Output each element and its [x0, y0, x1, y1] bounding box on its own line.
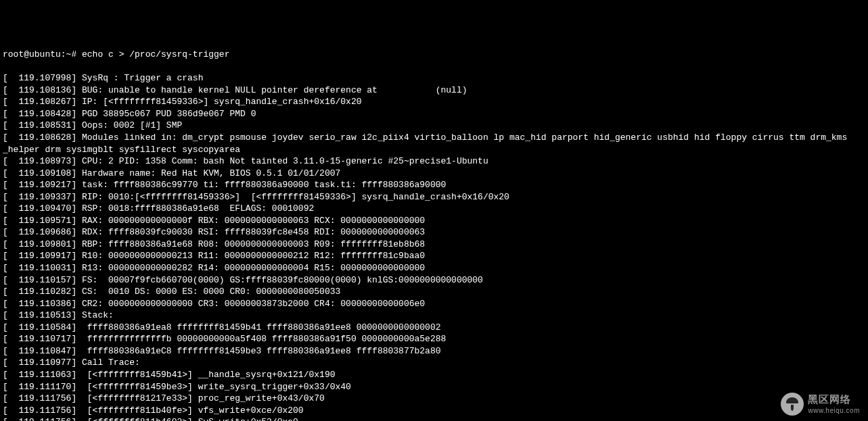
- mushroom-icon: [781, 393, 804, 416]
- output-line: [ 119.109917] R10: 0000000000000213 R11:…: [3, 250, 865, 262]
- watermark-main-label: 黑区网络: [808, 393, 860, 406]
- output-line: [ 119.110717] fffffffffffffffb 000000000…: [3, 333, 865, 345]
- output-line: [ 119.110386] CR2: 0000000000000000 CR3:…: [3, 298, 865, 310]
- watermark-sub-label: www.heiqu.com: [808, 406, 860, 416]
- output-line: [ 119.110031] R13: 0000000000000282 R14:…: [3, 262, 865, 274]
- output-line: [ 119.108267] IP: [<ffffffff81459336>] s…: [3, 96, 865, 108]
- output-line: [ 119.109337] RIP: 0010:[<ffffffff814593…: [3, 191, 865, 203]
- output-line: [ 119.109571] RAX: 000000000000000f RBX:…: [3, 215, 865, 227]
- output-line: [ 119.110584] ffff880386a91ea8 ffffffff8…: [3, 322, 865, 334]
- output-line: [ 119.109686] RDX: ffff88039fc90030 RSI:…: [3, 226, 865, 239]
- output-line: [ 119.109801] RBP: ffff880386a91e68 R08:…: [3, 239, 865, 251]
- output-line: [ 119.111170] [<ffffffff81459be3>] write…: [3, 381, 865, 393]
- output-line: _helper drm sysimgblt sysfillrect syscop…: [3, 144, 865, 156]
- output-line: [ 119.109470] RSP: 0018:ffff880386a91e68…: [3, 203, 865, 215]
- watermark: 黑区网络 www.heiqu.com: [781, 393, 860, 416]
- output-line: [ 119.108628] Modules linked in: dm_cryp…: [3, 132, 865, 144]
- output-line: [ 119.111063] [<ffffffff81459b41>] __han…: [3, 369, 865, 381]
- output-line: [ 119.108136] BUG: unable to handle kern…: [3, 84, 865, 97]
- output-line: [ 119.111756] [<ffffffff81217e33>] proc_…: [3, 393, 865, 405]
- kernel-output: [ 119.107998] SysRq : Trigger a crash[ 1…: [3, 72, 865, 421]
- output-line: [ 119.110513] Stack:: [3, 309, 865, 322]
- output-line: [ 119.109217] task: ffff880386c99770 ti:…: [3, 179, 865, 191]
- output-line: [ 119.108428] PGD 38895c067 PUD 386d9e06…: [3, 108, 865, 120]
- command-prompt: root@ubuntu:~# echo c > /proc/sysrq-trig…: [3, 49, 865, 61]
- output-line: [ 119.108531] Oops: 0002 [#1] SMP: [3, 120, 865, 132]
- output-line: [ 119.110282] CS: 0010 DS: 0000 ES: 0000…: [3, 286, 865, 298]
- output-line: [ 119.109108] Hardware name: Red Hat KVM…: [3, 168, 865, 180]
- output-line: [ 119.108973] CPU: 2 PID: 1358 Comm: bas…: [3, 155, 865, 168]
- watermark-text: 黑区网络 www.heiqu.com: [808, 393, 860, 416]
- output-line: [ 119.110977] Call Trace:: [3, 357, 865, 369]
- output-line: [ 119.111756] [<ffffffff811b4602>] SyS_w…: [3, 416, 865, 421]
- output-line: [ 119.111756] [<ffffffff811b40fe>] vfs_w…: [3, 405, 865, 417]
- output-line: [ 119.107998] SysRq : Trigger a crash: [3, 72, 865, 84]
- output-line: [ 119.110157] FS: 00007f9fcb660700(0000)…: [3, 274, 865, 287]
- output-line: [ 119.110847] ffff880386a91eC8 ffffffff8…: [3, 345, 865, 357]
